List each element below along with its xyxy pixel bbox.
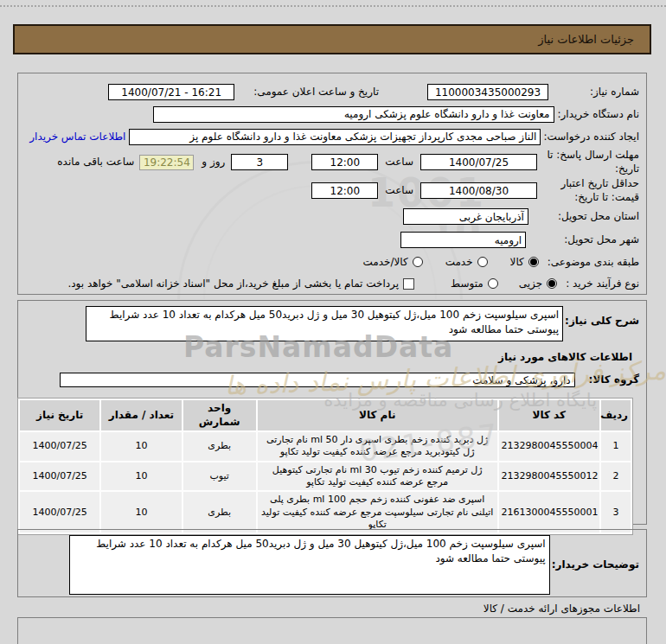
validity-time-input[interactable]: 12:00 bbox=[311, 182, 378, 199]
cell-qty: 10 bbox=[101, 432, 181, 461]
buyer-org-input[interactable]: معاونت غذا و دارو دانشگاه علوم پزشکی ارو… bbox=[153, 106, 554, 123]
buyer-org-label: نام دستگاه خریدار: bbox=[558, 108, 640, 121]
cell-code: 2132980045550004 bbox=[499, 432, 599, 461]
top-dotted-divider bbox=[0, 5, 666, 7]
cell-unit: بطری bbox=[183, 492, 256, 532]
deadline-hour-label: ساعت bbox=[385, 156, 413, 169]
cell-date: 1400/07/25 bbox=[20, 462, 99, 491]
cell-code: 2132980045550012 bbox=[499, 462, 599, 491]
cell-qty: 10 bbox=[101, 492, 181, 532]
licenses-heading: اطلاعات مجوزهای ارائه خدمت / کالا bbox=[483, 603, 640, 615]
city-input[interactable]: ارومیه bbox=[400, 232, 526, 248]
deadline-label: مهلت ارسال پاسخ: تا تاریخ: bbox=[542, 149, 639, 175]
items-table: ردیف کد کالا نام کالا واحد شمارش تعداد /… bbox=[17, 398, 633, 535]
treasury-option[interactable]: پرداخت تمام یا بخشی از مبلغ خرید،از محل … bbox=[67, 277, 414, 290]
city-label: شهر محل تحویل: bbox=[564, 233, 639, 246]
creator-label: ایجاد کننده درخواست: bbox=[543, 131, 639, 143]
page-title: جزئیات اطلاعات نیاز bbox=[538, 33, 634, 46]
need-info-panel: شماره نیاز: 1100003435000293 تاریخ و ساع… bbox=[17, 73, 647, 295]
creator-row: ایجاد کننده درخواست: الناز صباحی مجدی کا… bbox=[23, 125, 639, 148]
table-row: 2 2132980045550012 ژل ترمیم کننده زخم تی… bbox=[20, 462, 631, 491]
cell-qty: 10 bbox=[101, 462, 181, 491]
cell-row-number: 1 bbox=[601, 432, 631, 461]
radio-goods-label: کالا bbox=[510, 256, 524, 269]
announce-datetime-input[interactable]: 1400/07/21 - 16:21 bbox=[108, 84, 234, 100]
col-header-row-number: ردیف bbox=[601, 400, 631, 430]
validity-label: حداقل تاریخ اعتبار قیمت: تا تاریخ: bbox=[542, 177, 639, 204]
cell-name: اسپری ضد عفونی کننده زخم حجم 100 ml بطری… bbox=[258, 492, 497, 532]
category-option-goods[interactable]: کالا bbox=[510, 256, 539, 269]
process-option-medium[interactable]: متوسط bbox=[451, 277, 498, 290]
col-header-qty: تعداد / مقدار bbox=[101, 400, 181, 430]
radio-service-label: خدمت bbox=[445, 256, 473, 269]
category-option-goods-service[interactable]: کالا/خدمت bbox=[362, 256, 422, 269]
cell-date: 1400/07/25 bbox=[20, 432, 99, 461]
announce-label: تاریخ و ساعت اعلان عمومی: bbox=[253, 86, 379, 99]
licenses-panel bbox=[17, 617, 647, 644]
need-number-label: شماره نیاز: bbox=[590, 86, 639, 99]
general-desc-row: شرح کلی نیاز: اسپری سیلوسپت زخم 100 میل،… bbox=[23, 306, 639, 341]
col-header-name: نام کالا bbox=[258, 400, 497, 430]
need-number-row: شماره نیاز: 1100003435000293 تاریخ و ساع… bbox=[23, 81, 639, 103]
days-label: روز و bbox=[202, 156, 225, 169]
table-row: 3 2161300045550001 اسپری ضد عفونی کننده … bbox=[20, 492, 631, 532]
remaining-days-input[interactable]: 3 bbox=[231, 154, 288, 170]
table-row: 1 2132980045550004 ژل دبرید کننده زخم بط… bbox=[20, 432, 631, 461]
cell-date: 1400/07/25 bbox=[20, 492, 99, 532]
province-label: استان محل تحویل: bbox=[558, 210, 639, 223]
buyer-org-row: نام دستگاه خریدار: معاونت غذا و دارو دان… bbox=[23, 103, 639, 125]
radio-medium-icon[interactable] bbox=[488, 278, 498, 289]
buyer-contact-link[interactable]: اطلاعات تماس خریدار bbox=[29, 131, 125, 143]
goods-group-input[interactable]: دارو، پزشکی و سلامت bbox=[60, 373, 575, 387]
items-table-header-row: ردیف کد کالا نام کالا واحد شمارش تعداد /… bbox=[20, 400, 631, 430]
radio-goods-service-label: کالا/خدمت bbox=[362, 256, 407, 269]
city-row: شهر محل تحویل: ارومیه bbox=[23, 228, 639, 252]
goods-group-row: گروه کالا: دارو، پزشکی و سلامت bbox=[23, 368, 639, 392]
deadline-date-input[interactable]: 1400/07/25 bbox=[420, 154, 537, 170]
radio-goods-service-icon[interactable] bbox=[413, 257, 423, 267]
category-option-service[interactable]: خدمت bbox=[445, 256, 488, 269]
need-number-input[interactable]: 1100003435000293 bbox=[427, 84, 548, 100]
validity-row: حداقل تاریخ اعتبار قیمت: تا تاریخ: 1400/… bbox=[23, 176, 639, 205]
col-header-date: تاریخ نیاز bbox=[20, 400, 99, 430]
province-input[interactable]: آذربایجان غربی bbox=[403, 208, 528, 225]
deadline-time-input[interactable]: 12:00 bbox=[311, 154, 378, 170]
page: 1001 10 جزئیات اطلاعات نیاز شماره نیاز: … bbox=[0, 0, 666, 644]
validity-hour-label: ساعت bbox=[385, 184, 413, 197]
radio-service-icon[interactable] bbox=[477, 257, 488, 267]
countdown-timer: 19:22:54 bbox=[139, 155, 194, 170]
general-desc-textarea[interactable]: اسپری سیلوسپت زخم 100 میل،ژل کیتوهیل 30 … bbox=[86, 306, 563, 341]
cell-row-number: 3 bbox=[601, 492, 631, 532]
col-header-code: کد کالا bbox=[499, 400, 599, 430]
cell-name: ژل ترمیم کننده زخم تیوب 30 ml نام تجارتی… bbox=[258, 462, 497, 491]
province-row: استان محل تحویل: آذربایجان غربی bbox=[23, 205, 639, 228]
process-label: نوع فرآیند خرید : bbox=[566, 277, 639, 290]
deadline-row: مهلت ارسال پاسخ: تا تاریخ: 1400/07/25 سا… bbox=[23, 148, 639, 176]
validity-date-input[interactable]: 1400/08/30 bbox=[420, 182, 537, 199]
treasury-checkbox-label: پرداخت تمام یا بخشی از مبلغ خرید،از محل … bbox=[67, 277, 399, 290]
cell-unit: تیوب bbox=[183, 462, 256, 491]
page-title-bar: جزئیات اطلاعات نیاز bbox=[13, 24, 651, 54]
cell-row-number: 2 bbox=[601, 462, 631, 491]
process-row: نوع فرآیند خرید : جزیی متوسط پرداخت تمام… bbox=[23, 272, 639, 295]
radio-minor-label: جزیی bbox=[519, 277, 542, 290]
category-row: طبقه بندی موضوعی: کالا خدمت کالا/خدمت bbox=[23, 252, 639, 272]
goods-group-label: گروه کالا: bbox=[589, 373, 639, 386]
radio-minor-icon[interactable] bbox=[547, 278, 557, 289]
process-option-minor[interactable]: جزیی bbox=[519, 277, 557, 290]
category-label: طبقه بندی موضوعی: bbox=[548, 256, 639, 269]
cell-unit: بطری bbox=[183, 432, 256, 461]
col-header-unit: واحد شمارش bbox=[183, 400, 256, 430]
cell-code: 2161300045550001 bbox=[499, 492, 599, 532]
creator-input[interactable]: الناز صباحی مجدی کارپرداز تجهیزات پزشکی … bbox=[129, 129, 541, 145]
radio-goods-icon[interactable] bbox=[528, 257, 539, 267]
treasury-checkbox[interactable] bbox=[403, 278, 414, 290]
radio-medium-label: متوسط bbox=[451, 277, 483, 290]
general-desc-label: شرح کلی نیاز: bbox=[565, 306, 639, 328]
items-heading: اطلاعات کالاهای مورد نیاز bbox=[23, 351, 632, 363]
buyer-notes-label: توضیحات خریدار: bbox=[552, 558, 639, 571]
cell-name: ژل دبرید کننده زخم بطری اسپری دار 50 ml … bbox=[258, 432, 497, 461]
buyer-notes-textarea[interactable]: اسپری سیلوسپت زخم 100 میل،ژل کیتوهیل 30 … bbox=[69, 535, 550, 595]
buyer-notes-panel: توضیحات خریدار: اسپری سیلوسپت زخم 100 می… bbox=[17, 529, 647, 597]
items-panel: شرح کلی نیاز: اسپری سیلوسپت زخم 100 میل،… bbox=[17, 300, 647, 525]
